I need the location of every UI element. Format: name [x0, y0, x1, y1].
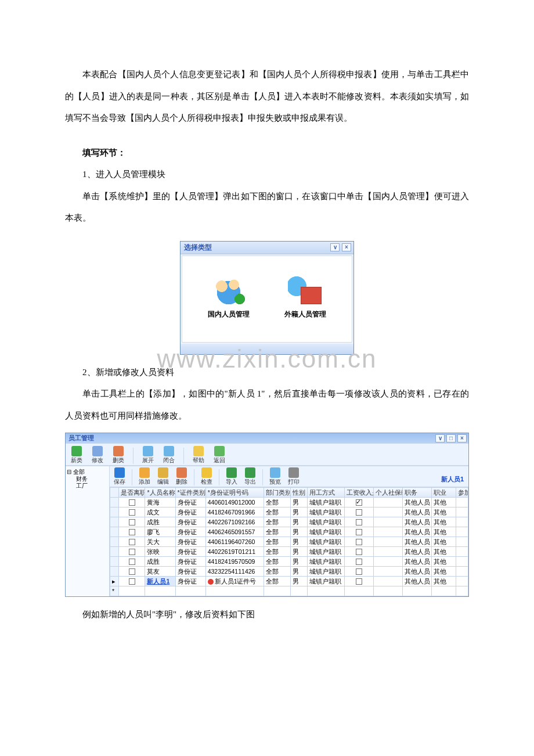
- cell-duty[interactable]: 其他人员: [403, 537, 432, 547]
- cell-idtype[interactable]: 身份证: [175, 567, 205, 577]
- cell-extra[interactable]: [456, 537, 468, 547]
- cell-name[interactable]: 新人员1: [145, 577, 175, 586]
- grid-header[interactable]: 工资收入是: [345, 488, 374, 498]
- cell-duty[interactable]: 其他人员: [403, 517, 432, 527]
- cell-job[interactable]: 其他: [432, 577, 456, 586]
- wage-checkbox[interactable]: [356, 509, 362, 516]
- grid-header[interactable]: 用工方式: [307, 488, 345, 498]
- cell-extra[interactable]: [456, 507, 468, 517]
- cell-idnum[interactable]: 44061196407260: [205, 537, 264, 547]
- cell-duty[interactable]: 其他人员: [403, 557, 432, 567]
- grid-header[interactable]: 是否离职: [118, 488, 145, 498]
- tree-root-all[interactable]: 全部: [67, 469, 108, 476]
- row-handle[interactable]: [110, 507, 119, 517]
- leave-checkbox[interactable]: [129, 509, 135, 516]
- cell-emptype[interactable]: 城镇户籍职: [307, 577, 345, 586]
- cell-idtype[interactable]: 身份证: [175, 507, 205, 517]
- empty-cell[interactable]: [456, 586, 468, 596]
- cell-duty[interactable]: 其他人员: [403, 567, 432, 577]
- cell-ssn[interactable]: [374, 507, 403, 517]
- cell-ssn[interactable]: [374, 557, 403, 567]
- toolbar1-修改[interactable]: 修改: [90, 446, 105, 464]
- cell-name[interactable]: 成胜: [145, 517, 175, 527]
- empty-cell[interactable]: [403, 586, 432, 596]
- row-handle[interactable]: [110, 527, 119, 537]
- cell-idnum[interactable]: 44182467091966: [205, 507, 264, 517]
- grid-header[interactable]: *身份证明号码: [205, 488, 264, 498]
- cell-dept[interactable]: 全部: [264, 547, 290, 557]
- cell-idtype[interactable]: 身份证: [175, 547, 205, 557]
- cell-dept[interactable]: 全部: [264, 527, 290, 537]
- cell-idnum[interactable]: 44022671092166: [205, 517, 264, 527]
- cell-dept[interactable]: 全部: [264, 577, 290, 586]
- cell-ssn[interactable]: [374, 537, 403, 547]
- table-row[interactable]: 廖飞身份证44062465091557全部男城镇户籍职其他人员其他: [110, 527, 468, 537]
- row-handle[interactable]: [110, 517, 119, 527]
- toolbar2-导入[interactable]: 导入: [224, 467, 239, 485]
- row-handle[interactable]: [110, 547, 119, 557]
- minimize-icon[interactable]: ∨: [435, 434, 445, 442]
- domestic-people-button[interactable]: 国内人员管理: [197, 273, 261, 318]
- table-row[interactable]: 关大身份证44061196407260全部男城镇户籍职其他人员其他: [110, 537, 468, 547]
- close-icon[interactable]: ×: [457, 434, 467, 442]
- cell-emptype[interactable]: 城镇户籍职: [307, 537, 345, 547]
- row-handle[interactable]: [110, 567, 119, 577]
- leave-checkbox[interactable]: [129, 499, 135, 506]
- cell-ssn[interactable]: [374, 577, 403, 586]
- cell-emptype[interactable]: 城镇户籍职: [307, 498, 345, 507]
- toolbar2-保存[interactable]: 保存: [112, 467, 127, 485]
- toolbar1-新类[interactable]: 新类: [69, 446, 84, 464]
- cell-job[interactable]: 其他: [432, 517, 456, 527]
- cell-name[interactable]: 关大: [145, 537, 175, 547]
- cell-dept[interactable]: 全部: [264, 567, 290, 577]
- toolbar2-添加[interactable]: 添加: [137, 467, 152, 485]
- cell-sex[interactable]: 男: [290, 517, 307, 527]
- table-row[interactable]: 成胜身份证44182419570509全部男城镇户籍职其他人员其他: [110, 557, 468, 567]
- cell-duty[interactable]: 其他人员: [403, 547, 432, 557]
- cell-job[interactable]: 其他: [432, 507, 456, 517]
- cell-duty[interactable]: 其他人员: [403, 498, 432, 507]
- grid-header[interactable]: 性别: [290, 488, 307, 498]
- cell-idtype[interactable]: 身份证: [175, 527, 205, 537]
- cell-idtype[interactable]: 身份证: [175, 517, 205, 527]
- cell-sex[interactable]: 男: [290, 557, 307, 567]
- wage-checkbox[interactable]: [356, 559, 362, 565]
- cell-dept[interactable]: 全部: [264, 557, 290, 567]
- wage-checkbox[interactable]: [356, 578, 362, 585]
- table-row[interactable]: ▸新人员1身份证新人员1证件号全部男城镇户籍职其他人员其他: [110, 577, 468, 586]
- cell-idtype[interactable]: 身份证: [175, 577, 205, 586]
- wage-checkbox[interactable]: [356, 519, 362, 525]
- cell-ssn[interactable]: [374, 527, 403, 537]
- grid-header[interactable]: 个人社保编: [374, 488, 403, 498]
- cell-name[interactable]: 黄海: [145, 498, 175, 507]
- empty-cell[interactable]: [307, 586, 345, 596]
- cell-idtype[interactable]: 身份证: [175, 498, 205, 507]
- cell-idnum[interactable]: 44022619T01211: [205, 547, 264, 557]
- cell-idnum[interactable]: 44062465091557: [205, 527, 264, 537]
- cell-job[interactable]: 其他: [432, 567, 456, 577]
- table-row[interactable]: 成文身份证44182467091966全部男城镇户籍职其他人员其他: [110, 507, 468, 517]
- leave-checkbox[interactable]: [129, 549, 135, 555]
- toolbar2-检查[interactable]: 检查: [199, 467, 214, 485]
- cell-emptype[interactable]: 城镇户籍职: [307, 517, 345, 527]
- cell-job[interactable]: 其他: [432, 537, 456, 547]
- leave-checkbox[interactable]: [129, 578, 135, 585]
- grid-header[interactable]: *人员名称: [145, 488, 175, 498]
- maximize-icon[interactable]: □: [446, 434, 456, 442]
- cell-name[interactable]: 廖飞: [145, 527, 175, 537]
- foreign-people-button[interactable]: 外籍人员管理: [273, 273, 337, 318]
- grid-header[interactable]: 职业: [432, 488, 456, 498]
- grid-header[interactable]: [110, 488, 119, 498]
- cell-ssn[interactable]: [374, 547, 403, 557]
- employee-grid[interactable]: 是否离职*人员名称*证件类别(*身份证明号码部门类别性别用工方式工资收入是个人社…: [110, 487, 468, 596]
- new-row[interactable]: *: [110, 586, 468, 596]
- toolbar1-删类[interactable]: 删类: [111, 446, 126, 464]
- cell-emptype[interactable]: 城镇户籍职: [307, 547, 345, 557]
- leave-checkbox[interactable]: [129, 539, 135, 545]
- wage-checkbox[interactable]: [356, 499, 362, 506]
- empty-cell[interactable]: [145, 586, 175, 596]
- table-row[interactable]: 黄海身份证44060149012000全部男城镇户籍职其他人员其他: [110, 498, 468, 507]
- cell-job[interactable]: 其他: [432, 557, 456, 567]
- minimize-icon[interactable]: ∨: [330, 243, 340, 251]
- cell-emptype[interactable]: 城镇户籍职: [307, 527, 345, 537]
